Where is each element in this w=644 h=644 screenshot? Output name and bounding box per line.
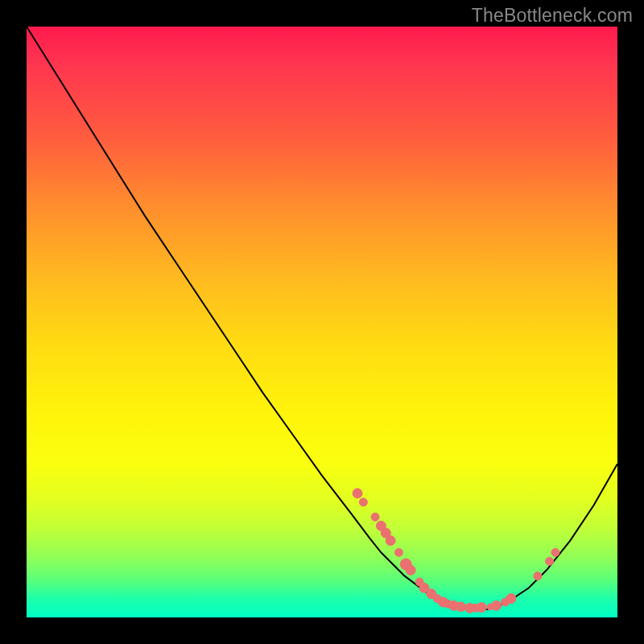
scatter-dot [386, 536, 395, 546]
watermark-text: TheBottleneck.com [472, 5, 633, 27]
scatter-dot [506, 594, 516, 604]
scatter-dot [534, 572, 542, 580]
scatter-dot [359, 498, 367, 506]
scatter-dot [546, 557, 554, 565]
chart-container: TheBottleneck.com [0, 0, 644, 644]
scatter-dot [371, 513, 379, 521]
scatter-dot [551, 548, 559, 556]
chart-overlay [27, 27, 617, 617]
scatter-dot [492, 601, 502, 610]
scatter-dots [353, 489, 559, 613]
scatter-dot [353, 489, 362, 498]
bottleneck-curve [27, 27, 617, 609]
scatter-dot [406, 565, 415, 575]
scatter-dot [477, 603, 486, 613]
scatter-dot [456, 602, 465, 612]
scatter-dot [394, 548, 402, 556]
